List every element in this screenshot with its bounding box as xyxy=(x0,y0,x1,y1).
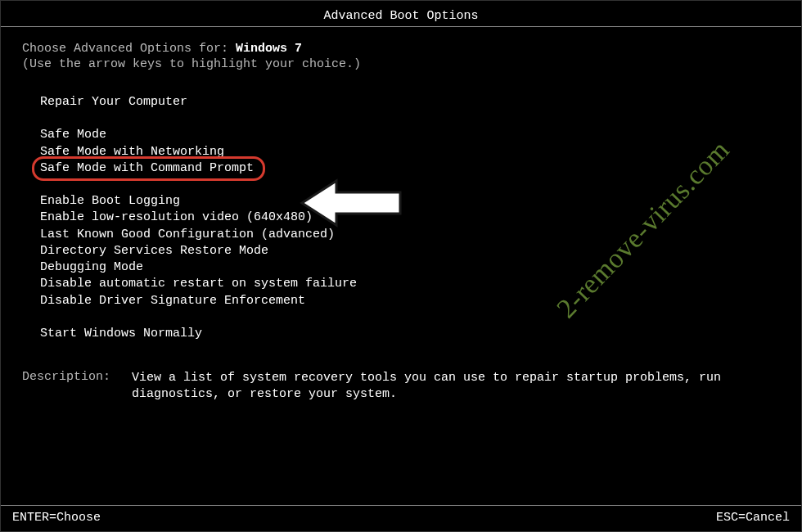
menu-debugging[interactable]: Debugging Mode xyxy=(40,259,143,276)
menu-safe-mode-cmd[interactable]: Safe Mode with Command Prompt xyxy=(40,160,254,177)
menu-disable-auto-restart[interactable]: Disable automatic restart on system fail… xyxy=(40,276,357,292)
menu-ds-restore[interactable]: Directory Services Restore Mode xyxy=(40,243,268,259)
description-row: Description: View a list of system recov… xyxy=(22,370,780,404)
menu-group-normal: Start Windows Normally xyxy=(22,326,780,342)
menu-group-advanced: Enable Boot Logging Enable low-resolutio… xyxy=(22,193,780,309)
os-name: Windows 7 xyxy=(236,42,302,56)
menu-safe-mode-networking[interactable]: Safe Mode with Networking xyxy=(40,144,224,160)
footer-esc-hint: ESC=Cancel xyxy=(716,511,790,525)
menu-highlighted-row: Safe Mode with Command Prompt xyxy=(40,160,254,177)
arrow-key-hint: (Use the arrow keys to highlight your ch… xyxy=(22,57,780,71)
content-area: Choose Advanced Options for: Windows 7 (… xyxy=(1,42,801,404)
title-divider xyxy=(1,26,801,27)
description-text: View a list of system recovery tools you… xyxy=(132,370,780,404)
menu-last-known-good[interactable]: Last Known Good Configuration (advanced) xyxy=(40,227,335,243)
footer-bar: ENTER=Choose ESC=Cancel xyxy=(1,505,801,525)
menu-repair-computer[interactable]: Repair Your Computer xyxy=(40,94,187,110)
menu-disable-driver-sig[interactable]: Disable Driver Signature Enforcement xyxy=(40,293,305,309)
screen-title: Advanced Boot Options xyxy=(1,1,801,26)
prompt-prefix: Choose Advanced Options for: xyxy=(22,42,236,56)
menu-low-res-video[interactable]: Enable low-resolution video (640x480) xyxy=(40,210,313,226)
menu-safe-mode[interactable]: Safe Mode xyxy=(40,127,106,143)
menu-group-repair: Repair Your Computer xyxy=(22,94,780,110)
footer-enter-hint: ENTER=Choose xyxy=(12,511,101,525)
menu-boot-logging[interactable]: Enable Boot Logging xyxy=(40,193,180,210)
menu-start-normally[interactable]: Start Windows Normally xyxy=(40,326,202,342)
menu-group-safemode: Safe Mode Safe Mode with Networking Safe… xyxy=(22,127,780,177)
description-label: Description: xyxy=(22,370,132,404)
prompt-line: Choose Advanced Options for: Windows 7 xyxy=(22,42,780,56)
